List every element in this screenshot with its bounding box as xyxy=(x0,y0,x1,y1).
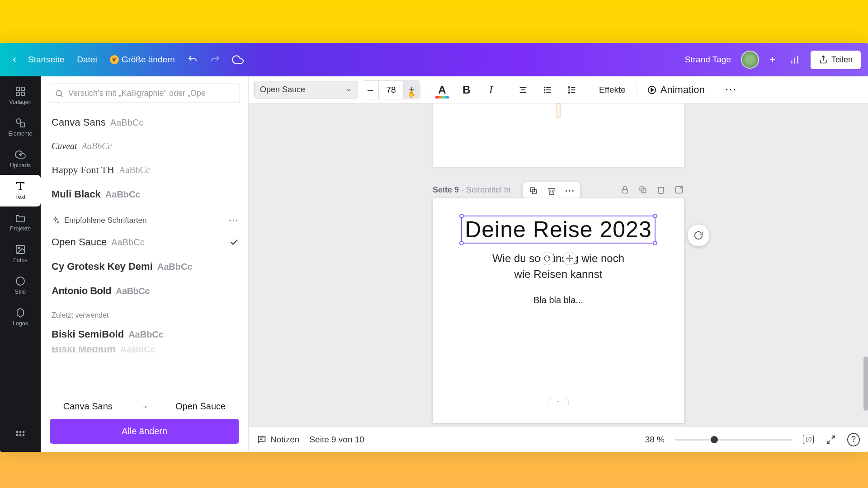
recommended-more-button[interactable]: ⋯ xyxy=(228,215,239,226)
font-search-input[interactable] xyxy=(68,89,234,98)
nav-logos[interactable]: Logos xyxy=(0,301,41,333)
font-row-biski-semibold[interactable]: Biski SemiBold AaBbCc xyxy=(52,322,239,347)
nav-photos[interactable]: Fotos xyxy=(0,238,41,270)
resize-handle[interactable] xyxy=(459,214,464,218)
scrollbar[interactable] xyxy=(863,357,868,411)
font-name-label: Open Sauce xyxy=(52,236,107,248)
zoom-thumb[interactable] xyxy=(711,436,718,443)
font-size-decrease-button[interactable]: – xyxy=(362,81,378,99)
page-indicator: Seite 9 von 10 xyxy=(309,435,364,445)
font-sample: AaBbCc xyxy=(120,347,156,355)
selected-text-element[interactable]: Deine Reise 2023 xyxy=(461,216,656,244)
crown-icon: ♛ xyxy=(110,55,119,64)
avatar[interactable] xyxy=(741,51,759,69)
move-handle[interactable] xyxy=(563,252,576,265)
trash-page-button[interactable] xyxy=(656,185,666,195)
copy-page-button[interactable] xyxy=(638,185,648,195)
page-number-label: Seite 9 - Seitentitel hi xyxy=(433,185,510,195)
previous-page-preview[interactable] xyxy=(433,103,684,167)
font-row-caveat[interactable]: Caveat AaBbCc xyxy=(52,135,239,158)
font-row-happy[interactable]: Happy Font TH AaBbCc xyxy=(52,158,239,182)
spacing-button[interactable] xyxy=(561,80,582,100)
animation-button[interactable]: Animation xyxy=(642,80,709,100)
insights-button[interactable] xyxy=(786,51,803,68)
svg-point-16 xyxy=(16,431,18,433)
collapse-pages-button[interactable]: ︿ xyxy=(548,397,569,405)
font-search[interactable] xyxy=(49,84,240,103)
delete-page-button[interactable] xyxy=(547,186,557,196)
font-size-group: – + ✋ xyxy=(362,80,420,99)
change-all-button[interactable]: Alle ändern xyxy=(50,419,239,444)
rotate-handle[interactable] xyxy=(540,252,554,265)
page-more-button[interactable]: ⋯ xyxy=(565,186,575,196)
zoom-level[interactable]: 38 % xyxy=(645,435,665,445)
help-button[interactable]: ? xyxy=(847,433,860,446)
font-sample: AaBbCc xyxy=(111,237,144,248)
body-text[interactable]: Bla bla bla... xyxy=(446,295,670,305)
recommended-header: Empfohlene Schriftarten ⋯ xyxy=(52,206,239,230)
italic-button[interactable]: I xyxy=(481,80,501,100)
nav-styles-label: Stile xyxy=(15,289,26,295)
svg-rect-5 xyxy=(21,87,24,90)
font-row-cy-grotesk[interactable]: Cy Grotesk Key Demi AaBbCc xyxy=(52,254,239,279)
fullscreen-button[interactable] xyxy=(825,433,837,446)
font-family-select[interactable]: Open Sauce xyxy=(254,81,358,99)
nav-projects[interactable]: Projekte xyxy=(0,206,41,238)
font-row-muli[interactable]: Muli Black AaBbCc xyxy=(52,182,239,206)
page-title-input[interactable]: Seitentitel hi xyxy=(466,185,510,194)
effects-button[interactable]: Effekte xyxy=(594,85,631,95)
logos-icon xyxy=(14,307,26,319)
nav-more[interactable] xyxy=(0,424,41,447)
notes-button[interactable]: Notizen xyxy=(257,433,299,446)
zoom-slider[interactable] xyxy=(675,439,792,441)
resize-handle[interactable] xyxy=(653,241,657,245)
font-sample: AaBbCc xyxy=(110,117,143,128)
nav-uploads[interactable]: Uploads xyxy=(0,143,41,175)
undo-button[interactable] xyxy=(184,51,201,68)
lock-page-button[interactable] xyxy=(620,185,630,195)
font-name-label: Biski SemiBold xyxy=(52,328,124,340)
nav-elements[interactable]: Elemente xyxy=(0,112,41,143)
svg-line-49 xyxy=(832,436,835,438)
add-collaborator-button[interactable]: + xyxy=(765,52,780,67)
list-button[interactable] xyxy=(537,80,558,100)
resize-handle[interactable] xyxy=(653,214,657,218)
more-options-button[interactable]: ⋯ xyxy=(721,80,741,100)
svg-line-44 xyxy=(680,187,683,189)
grid-view-button[interactable]: 10 xyxy=(802,433,815,446)
resize-button[interactable]: ♛ Größe ändern xyxy=(110,55,175,65)
refresh-suggestions-button[interactable] xyxy=(688,225,709,246)
redo-button[interactable] xyxy=(207,51,224,68)
home-link[interactable]: Startseite xyxy=(28,55,64,65)
back-button[interactable] xyxy=(7,52,22,67)
change-from-label: Canva Sans xyxy=(63,401,113,412)
nav-templates[interactable]: Vorlagen xyxy=(0,80,41,112)
project-name[interactable]: Strand Tage xyxy=(685,55,731,65)
duplicate-page-button[interactable] xyxy=(528,186,538,196)
font-row-open-sauce[interactable]: Open Sauce AaBbCc xyxy=(52,230,239,254)
expand-page-button[interactable] xyxy=(674,185,684,195)
file-menu[interactable]: Datei xyxy=(77,55,97,65)
text-color-button[interactable]: A xyxy=(432,80,453,100)
resize-handle[interactable] xyxy=(459,241,464,245)
font-sample: AaBbCc xyxy=(105,189,141,200)
align-button[interactable] xyxy=(513,80,533,100)
font-sample: AaBbCc xyxy=(116,286,150,296)
nav-text[interactable]: Text xyxy=(0,175,41,206)
resize-label: Größe ändern xyxy=(122,55,175,65)
font-row-canva-sans[interactable]: Canva Sans AaBbCc xyxy=(52,110,239,135)
share-button[interactable]: Teilen xyxy=(811,51,861,69)
svg-rect-9 xyxy=(20,123,24,127)
title-text[interactable]: Deine Reise 2023 xyxy=(465,216,652,243)
font-family-value: Open Sauce xyxy=(260,85,305,94)
canvas-viewport[interactable]: Seite 9 - Seitentitel hi ⋯ xyxy=(249,103,868,427)
cloud-sync-icon[interactable] xyxy=(229,51,246,68)
svg-point-20 xyxy=(19,434,21,436)
font-size-input[interactable] xyxy=(378,81,404,99)
bold-button[interactable]: B xyxy=(456,80,477,100)
font-size-increase-button[interactable]: + ✋ xyxy=(404,81,420,99)
nav-styles[interactable]: Stile xyxy=(0,270,41,301)
page-card[interactable]: Deine Reise 2023 Wie du so günstig wie n… xyxy=(433,198,684,423)
font-row-antonio[interactable]: Antonio Bold AaBbCc xyxy=(52,279,239,303)
font-row-biski-medium[interactable]: Biski Medium AaBbCc xyxy=(52,347,239,356)
